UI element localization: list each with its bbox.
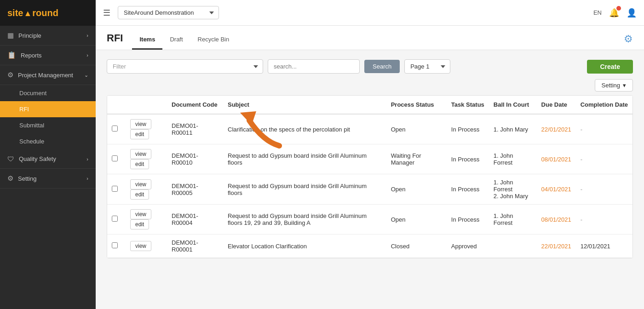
table-row: viewDEMO01-R00001Elevator Location Clari…	[107, 235, 632, 258]
sidebar-item-submittal[interactable]: Submittal	[0, 117, 96, 133]
view-button[interactable]: view	[130, 149, 151, 159]
row-subject: Request to add Gypsum board inside Grill…	[223, 174, 386, 205]
table-wrapper: Document Code Subject Process Status Tas…	[107, 95, 633, 258]
row-checkbox-cell	[107, 114, 126, 144]
row-doc-code: DEMO01-R00001	[167, 235, 223, 258]
tab-items[interactable]: Items	[132, 31, 162, 50]
row-process-status: Closed	[386, 235, 447, 258]
tab-draft[interactable]: Draft	[162, 31, 190, 50]
project-selector[interactable]: SiteAround Demonstration	[118, 6, 219, 19]
settings-gear-icon[interactable]: ⚙	[624, 33, 633, 50]
row-subject: Clarification on the specs of the percol…	[223, 114, 386, 144]
row-subject: Request to add Gypsum board inside Grill…	[223, 144, 386, 174]
table-header: Document Code Subject Process Status Tas…	[107, 96, 632, 114]
reports-icon: 📋	[7, 51, 16, 59]
row-completion-date: -	[576, 144, 632, 174]
setting-row: Setting ▾	[107, 79, 633, 92]
edit-button[interactable]: edit	[130, 129, 149, 139]
search-input[interactable]	[268, 59, 360, 74]
sidebar-item-project-management[interactable]: ⚙ Project Management ⌄	[0, 65, 96, 85]
language-selector[interactable]: EN	[593, 9, 602, 16]
logo: site▲round	[0, 0, 96, 26]
row-action-buttons: viewedit	[126, 114, 167, 144]
sidebar-item-label: Setting	[18, 175, 36, 182]
logo-round: round	[32, 8, 58, 18]
sidebar-sub-label: Document	[19, 90, 46, 97]
page-title: RFI	[107, 32, 123, 50]
col-due-date: Due Date	[537, 96, 576, 114]
sidebar: site▲round ▦ Principle › 📋 Reports › ⚙ P…	[0, 0, 96, 309]
row-checkbox[interactable]	[112, 155, 118, 161]
row-checkbox[interactable]	[112, 126, 118, 132]
row-process-status: Open	[386, 174, 447, 205]
sidebar-item-reports[interactable]: 📋 Reports ›	[0, 46, 96, 65]
row-process-status: Open	[386, 205, 447, 235]
row-completion-date: -	[576, 205, 632, 235]
row-doc-code: DEMO01-R00010	[167, 144, 223, 174]
notification-icon[interactable]: 🔔	[609, 8, 619, 18]
sidebar-item-setting[interactable]: ⚙ Setting ›	[0, 169, 96, 189]
topbar: ☰ SiteAround Demonstration EN 🔔 👤	[96, 0, 644, 26]
filter-select[interactable]: Filter	[107, 59, 263, 74]
row-ball-in-court: 1. John Mary	[489, 114, 537, 144]
table-row: vieweditDEMO01-R00010Request to add Gyps…	[107, 144, 632, 174]
row-checkbox[interactable]	[112, 186, 118, 192]
setting-dropdown-button[interactable]: Setting ▾	[595, 79, 633, 92]
tab-recycle-bin[interactable]: Recycle Bin	[190, 31, 237, 50]
sidebar-item-label: Project Management	[18, 72, 73, 79]
hamburger-icon[interactable]: ☰	[103, 8, 110, 18]
sidebar-item-quality-safety[interactable]: 🛡 Quality Safety ›	[0, 149, 96, 169]
view-button[interactable]: view	[130, 119, 151, 129]
search-button[interactable]: Search	[364, 60, 400, 73]
row-ball-in-court: 1. John Forrest	[489, 144, 537, 174]
row-checkbox-cell	[107, 144, 126, 174]
row-due-date: 04/01/2021	[537, 174, 576, 205]
project-mgmt-icon: ⚙	[7, 71, 13, 79]
row-checkbox-cell	[107, 205, 126, 235]
row-subject: Request to add Gypsum board inside Grill…	[223, 205, 386, 235]
row-ball-in-court	[489, 235, 537, 258]
row-task-status: In Process	[447, 144, 489, 174]
logo-arrow: ▲	[23, 9, 32, 18]
edit-button[interactable]: edit	[130, 219, 149, 229]
edit-button[interactable]: edit	[130, 159, 149, 169]
setting-chevron-icon: ▾	[623, 82, 626, 89]
logo-site: site	[7, 8, 23, 18]
sidebar-sub-label: RFI	[19, 106, 29, 113]
row-action-buttons: view	[126, 235, 167, 258]
row-completion-date: -	[576, 174, 632, 205]
rfi-data-table: Document Code Subject Process Status Tas…	[107, 96, 632, 258]
sidebar-item-schedule[interactable]: Schedule	[0, 133, 96, 149]
sidebar-item-principle[interactable]: ▦ Principle ›	[0, 26, 96, 46]
table-body: vieweditDEMO01-R00011Clarification on th…	[107, 114, 632, 258]
table-row: vieweditDEMO01-R00004Request to add Gyps…	[107, 205, 632, 235]
page-header: RFI Items Draft Recycle Bin ⚙	[96, 26, 644, 50]
col-subject: Subject	[223, 96, 386, 114]
col-ball-in-court: Ball In Court	[489, 96, 537, 114]
row-subject: Elevator Location Clarification	[223, 235, 386, 258]
sidebar-item-document[interactable]: Document	[0, 85, 96, 101]
sidebar-item-label: Principle	[18, 32, 41, 39]
view-button[interactable]: view	[130, 209, 151, 219]
content-area: Filter Search Page 1 Create Setting ▾	[96, 50, 644, 309]
page-selector[interactable]: Page 1	[404, 59, 450, 74]
row-task-status: In Process	[447, 174, 489, 205]
row-doc-code: DEMO01-R00005	[167, 174, 223, 205]
chevron-down-icon: ⌄	[84, 72, 88, 78]
view-button[interactable]: view	[130, 241, 151, 251]
row-due-date: 22/01/2021	[537, 235, 576, 258]
filter-row: Filter Search Page 1 Create	[107, 59, 633, 74]
user-icon[interactable]: 👤	[627, 8, 637, 18]
chevron-icon: ›	[86, 156, 88, 162]
edit-button[interactable]: edit	[130, 189, 149, 200]
create-button[interactable]: Create	[587, 60, 633, 74]
row-checkbox[interactable]	[112, 242, 118, 248]
sidebar-item-rfi[interactable]: RFI	[0, 101, 96, 117]
view-button[interactable]: view	[130, 179, 151, 189]
sidebar-sub-label: Schedule	[19, 138, 44, 145]
sidebar-sub-label: Submittal	[19, 122, 44, 129]
row-doc-code: DEMO01-R00011	[167, 114, 223, 144]
chevron-icon: ›	[86, 176, 88, 181]
row-doc-code: DEMO01-R00004	[167, 205, 223, 235]
row-checkbox[interactable]	[112, 216, 118, 222]
